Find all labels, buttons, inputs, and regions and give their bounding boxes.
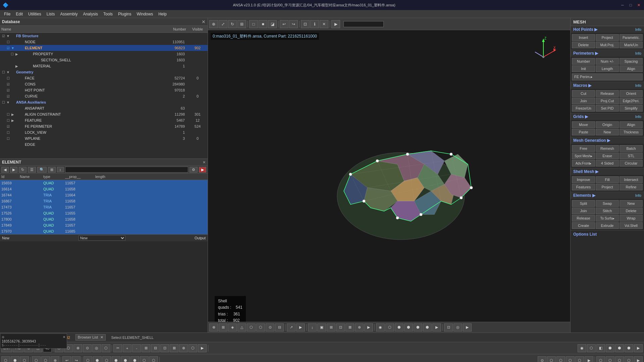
sm-features-btn[interactable]: Features (572, 184, 595, 190)
vp-rotate-btn[interactable]: ↻ (228, 20, 237, 28)
el-row-8[interactable]: 17970 QUAD 11685 (0, 228, 208, 234)
db-expand-property[interactable]: ▶ (15, 52, 19, 56)
vp-pid-btn7[interactable]: ▶ (432, 323, 441, 331)
db-row-ansapart[interactable]: ANSAPART 63 (0, 105, 208, 111)
vp-bt-btn9[interactable]: ↗ (287, 323, 296, 331)
mac-join-btn[interactable]: Join (572, 98, 595, 104)
bt2-btn13[interactable]: ⬢ (121, 356, 130, 362)
el-run-btn[interactable]: ▶ (199, 167, 206, 173)
vp-select-btn[interactable]: ⊕ (209, 20, 218, 28)
bt2-btn1[interactable]: ⬡ (1, 356, 10, 362)
db-check-curve[interactable]: ☑ (5, 95, 11, 98)
menu-windows[interactable]: Windows (134, 11, 156, 17)
grids-info[interactable]: Info (635, 115, 641, 119)
bt2-r-btn9[interactable]: ⬡ (615, 356, 624, 362)
el-delete-btn[interactable]: Delete (620, 207, 643, 214)
bt1-r-btn3[interactable]: ◧ (596, 344, 605, 352)
bt1-r-btn1[interactable]: ◉ (578, 344, 586, 352)
vp-bt-btn15[interactable]: ⊠ (345, 323, 354, 331)
vp-bt-btn2[interactable]: ⊞ (219, 323, 227, 331)
bt2-r-btn3[interactable]: ⬡ (556, 356, 565, 362)
gen-free-btn[interactable]: Free (572, 145, 595, 152)
db-row-section-shell[interactable]: SECTION_SHELL 1603 (0, 57, 208, 63)
db-expand-feature[interactable]: ▶ (11, 119, 15, 122)
db-row-material[interactable]: ▶ MATERIAL 1 (0, 63, 208, 69)
db-check-lock-view[interactable]: ☐ (5, 131, 11, 134)
bt1-btn9[interactable]: ◎ (92, 344, 101, 352)
db-row-lock-view[interactable]: ☐ LOCK_VIEW 1 (0, 129, 208, 135)
el-row-6[interactable]: 17800 QUAD 11658 (0, 216, 208, 222)
mac-edge2peri-btn[interactable]: Edge2Peri. (620, 98, 643, 104)
mac-cut-btn[interactable]: Cut (572, 90, 595, 97)
per-length-btn[interactable]: Length (596, 65, 619, 72)
vp-bt-btn13[interactable]: ⊞ (327, 323, 335, 331)
mesh-elements-header[interactable]: Elements ▶ Info (571, 192, 644, 199)
mesh-generation-header[interactable]: Mesh Generation ▶ (571, 137, 644, 144)
db-row-curve[interactable]: ☑ CURVE 2 0 (0, 93, 208, 99)
db-row-geometry[interactable]: ☐ ▼ Geometry (0, 69, 208, 75)
vp-bt-btn8[interactable]: ⊟ (275, 323, 284, 331)
hot-points-info[interactable]: Info (635, 27, 641, 32)
vp-bt-btn1[interactable]: ⊕ (209, 323, 218, 331)
bt2-btn14[interactable]: ⬢ (130, 356, 139, 362)
vp-delete-btn[interactable]: ✕ (320, 20, 328, 28)
vp-bt-btn3[interactable]: ◈ (228, 323, 237, 331)
db-row-node[interactable]: ☐ NODE 110951 (0, 39, 208, 45)
mac-projcut-btn[interactable]: Proj.Cut (596, 98, 619, 104)
el-forward-btn[interactable]: ▶ (10, 167, 17, 173)
db-check-ansa-aux[interactable]: ☐ (1, 101, 6, 104)
gen-advfront-btn[interactable]: Adv.Front▸ (572, 160, 595, 167)
bt2-r-btn4[interactable]: ⬡ (566, 356, 575, 362)
vp-solid-btn[interactable]: ■ (259, 20, 267, 28)
db-row-hotpoint[interactable]: ☑ HOT POINT 97018 (0, 87, 208, 93)
element-search-input[interactable] (65, 167, 189, 173)
bt2-r-btn11[interactable]: ▶ (634, 356, 643, 362)
hp-markun-btn[interactable]: Mark/Un (620, 42, 643, 48)
el-list-btn[interactable]: ☰ (28, 167, 36, 173)
hp-parametric-btn[interactable]: Parametric. (620, 34, 643, 41)
el-join-btn[interactable]: Join (572, 207, 595, 214)
el-refresh-btn[interactable]: ↻ (19, 167, 26, 173)
bt2-btn9[interactable]: ⬡ (84, 356, 92, 362)
bt1-r-btn2[interactable]: ⬡ (587, 344, 596, 352)
db-check-feature[interactable]: ☐ (5, 119, 11, 122)
db-check-face[interactable]: ☐ (5, 76, 11, 80)
macros-info[interactable]: Info (635, 83, 641, 87)
menu-lists[interactable]: Lists (44, 11, 58, 17)
vp-pid-btn3[interactable]: ⬢ (395, 323, 404, 331)
db-expand-material[interactable]: ▶ (15, 64, 19, 68)
db-row-property[interactable]: ☐ ▶ PROPERTY 1603 (0, 51, 208, 57)
bt2-btn10[interactable]: ⬢ (93, 356, 102, 362)
el-tosurfa-btn[interactable]: To Surfa▸ (596, 215, 619, 222)
vp-bt-btn7[interactable]: ⊙ (266, 323, 274, 331)
db-expand-element[interactable]: ▼ (11, 46, 15, 50)
db-check-align[interactable]: ☐ (5, 113, 11, 116)
bt1-btn11[interactable]: ✂ (113, 344, 122, 352)
bt1-btn7[interactable]: ⊕ (73, 344, 82, 352)
vp-bt-btn4[interactable]: △ (237, 323, 246, 331)
bt1-btn17[interactable]: ⊠ (170, 344, 178, 352)
el-create-btn[interactable]: Create (572, 222, 595, 229)
el-row-0[interactable]: 15659 QUAD 11657 (0, 180, 208, 186)
mac-setpid-btn[interactable]: Set PID (596, 105, 619, 112)
bt1-r-btn5[interactable]: ⬢ (615, 344, 624, 352)
bt2-btn12[interactable]: ⬢ (112, 356, 120, 362)
bt1-r-btn4[interactable]: ⬢ (606, 344, 614, 352)
db-row-fbstructure[interactable]: ☑ ▼ FB Structure (0, 33, 208, 39)
vp-wireframe-btn[interactable]: □ (249, 20, 258, 28)
element-type-select[interactable]: New (78, 235, 125, 241)
hp-insert-btn[interactable]: Insert (572, 34, 595, 41)
el-settings-btn[interactable]: ⚙ (190, 167, 198, 173)
bt2-btn15[interactable]: ⬡ (140, 356, 149, 362)
grid-move-btn[interactable]: Move (572, 121, 595, 128)
bt2-btn4[interactable]: ⬡ (32, 356, 41, 362)
bt2-btn7[interactable]: ↩ (62, 356, 71, 362)
el-stitch-btn[interactable]: Stitch (596, 207, 619, 214)
el-row-7[interactable]: 17849 QUAD 11657 (0, 222, 208, 228)
bt2-r-btn5[interactable]: ⬡ (575, 356, 584, 362)
vp-bt-btn14[interactable]: ⊡ (336, 323, 345, 331)
db-check-cons[interactable]: ☑ (5, 82, 11, 86)
db-row-edge[interactable]: EDGE (0, 141, 208, 147)
bt2-r-btn10[interactable]: ⬡ (625, 356, 633, 362)
el-new-btn[interactable]: New (620, 200, 643, 207)
